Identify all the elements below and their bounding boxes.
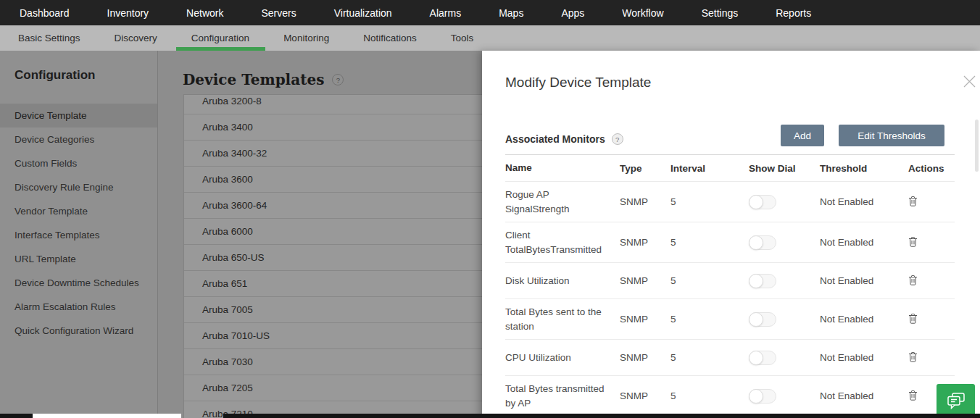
secondary-navigation-bar: Basic Settings Discovery Configuration M… xyxy=(0,25,980,51)
nav-item-network[interactable]: Network xyxy=(186,7,223,19)
trash-icon[interactable] xyxy=(908,390,918,401)
table-header-row: Name Type Interval Show Dial Threshold A… xyxy=(505,154,955,182)
edit-thresholds-button[interactable]: Edit Thresholds xyxy=(839,125,944,146)
threshold-status: Not Enabled xyxy=(820,352,897,363)
chat-icon xyxy=(945,391,967,411)
threshold-status: Not Enabled xyxy=(820,275,897,286)
show-dial-toggle[interactable] xyxy=(749,312,776,327)
table-row: Rogue AP SignalStrength SNMP 5 Not Enabl… xyxy=(505,182,955,222)
horizontal-scrollbar-thumb[interactable] xyxy=(0,414,33,418)
monitor-name: Rogue AP SignalStrength xyxy=(505,182,620,222)
monitor-interval: 5 xyxy=(670,237,749,248)
trash-icon[interactable] xyxy=(908,313,918,324)
tab-configuration[interactable]: Configuration xyxy=(191,25,249,51)
trash-icon[interactable] xyxy=(908,196,918,206)
toggle-knob-icon xyxy=(749,351,763,365)
tab-monitoring[interactable]: Monitoring xyxy=(283,25,329,51)
table-row: Disk Utilization SNMP 5 Not Enabled xyxy=(505,263,955,299)
monitor-type: SNMP xyxy=(620,237,670,248)
table-row: Total Bytes sent to the station SNMP 5 N… xyxy=(505,299,955,340)
nav-item-maps[interactable]: Maps xyxy=(499,7,523,19)
column-header-type: Type xyxy=(620,163,670,174)
trash-icon[interactable] xyxy=(908,236,918,247)
chat-button[interactable] xyxy=(937,384,975,418)
nav-item-apps[interactable]: Apps xyxy=(561,7,584,19)
nav-item-servers[interactable]: Servers xyxy=(261,7,296,19)
associated-monitors-title: Associated Monitors xyxy=(505,133,605,145)
help-icon[interactable]: ? xyxy=(612,133,623,145)
trash-icon[interactable] xyxy=(908,351,918,362)
toggle-knob-icon xyxy=(749,389,763,404)
monitor-type: SNMP xyxy=(620,390,670,401)
monitor-interval: 5 xyxy=(670,196,749,207)
close-icon[interactable] xyxy=(963,75,977,89)
modal-title: Modify Device Template xyxy=(505,75,651,91)
toggle-knob-icon xyxy=(749,312,763,327)
column-header-interval: Interval xyxy=(670,163,749,174)
top-navigation-bar: Dashboard Inventory Network Servers Virt… xyxy=(0,0,980,25)
monitor-type: SNMP xyxy=(620,275,670,286)
tab-notifications[interactable]: Notifications xyxy=(363,25,417,51)
threshold-status: Not Enabled xyxy=(820,237,897,248)
add-button[interactable]: Add xyxy=(781,125,824,146)
toggle-knob-icon xyxy=(749,235,763,250)
monitor-interval: 5 xyxy=(670,352,749,363)
modal-scrollbar-thumb[interactable] xyxy=(975,120,979,172)
table-row: CPU Utilization SNMP 5 Not Enabled xyxy=(505,340,955,376)
monitor-interval: 5 xyxy=(670,390,749,401)
associated-monitors-table: Name Type Interval Show Dial Threshold A… xyxy=(505,154,955,417)
nav-item-dashboard[interactable]: Dashboard xyxy=(20,7,70,19)
nav-item-alarms[interactable]: Alarms xyxy=(430,7,462,19)
nav-item-virtualization[interactable]: Virtualization xyxy=(334,7,392,19)
table-row: Client TotalBytesTransmitted SNMP 5 Not … xyxy=(505,222,955,263)
column-header-threshold: Threshold xyxy=(820,163,897,174)
show-dial-toggle[interactable] xyxy=(749,235,776,250)
app-screen: Dashboard Inventory Network Servers Virt… xyxy=(0,0,980,418)
threshold-status: Not Enabled xyxy=(820,390,897,401)
monitor-name: Total Bytes transmitted by AP xyxy=(505,376,620,416)
show-dial-toggle[interactable] xyxy=(749,274,776,288)
nav-item-inventory[interactable]: Inventory xyxy=(107,7,149,19)
threshold-status: Not Enabled xyxy=(820,314,897,325)
toggle-knob-icon xyxy=(749,195,763,209)
monitor-name: Disk Utilization xyxy=(505,268,620,294)
monitor-interval: 5 xyxy=(670,314,749,325)
column-header-name: Name xyxy=(505,155,620,181)
trash-icon[interactable] xyxy=(908,275,918,285)
tab-discovery[interactable]: Discovery xyxy=(115,25,157,51)
tab-basic-settings[interactable]: Basic Settings xyxy=(18,25,80,51)
monitor-type: SNMP xyxy=(620,196,670,207)
bottom-dark-bar xyxy=(223,414,980,418)
nav-item-settings[interactable]: Settings xyxy=(702,7,739,19)
show-dial-toggle[interactable] xyxy=(749,351,776,365)
tab-tools[interactable]: Tools xyxy=(451,25,474,51)
horizontal-scrollbar-track[interactable] xyxy=(33,414,181,418)
toggle-knob-icon xyxy=(749,274,763,288)
column-header-show-dial: Show Dial xyxy=(749,163,820,174)
modify-device-template-modal: Modify Device Template Associated Monito… xyxy=(482,51,980,418)
monitor-name: CPU Utilization xyxy=(505,345,620,371)
show-dial-toggle[interactable] xyxy=(749,195,776,209)
show-dial-toggle[interactable] xyxy=(749,389,776,404)
monitor-interval: 5 xyxy=(670,275,749,286)
table-row: Total Bytes transmitted by AP SNMP 5 Not… xyxy=(505,376,955,417)
column-header-actions: Actions xyxy=(897,163,955,174)
monitor-type: SNMP xyxy=(620,352,670,363)
monitor-name: Total Bytes sent to the station xyxy=(505,299,620,339)
nav-item-workflow[interactable]: Workflow xyxy=(622,7,663,19)
nav-item-reports[interactable]: Reports xyxy=(776,7,811,19)
monitor-name: Client TotalBytesTransmitted xyxy=(505,222,620,262)
monitor-type: SNMP xyxy=(620,314,670,325)
threshold-status: Not Enabled xyxy=(820,196,897,207)
